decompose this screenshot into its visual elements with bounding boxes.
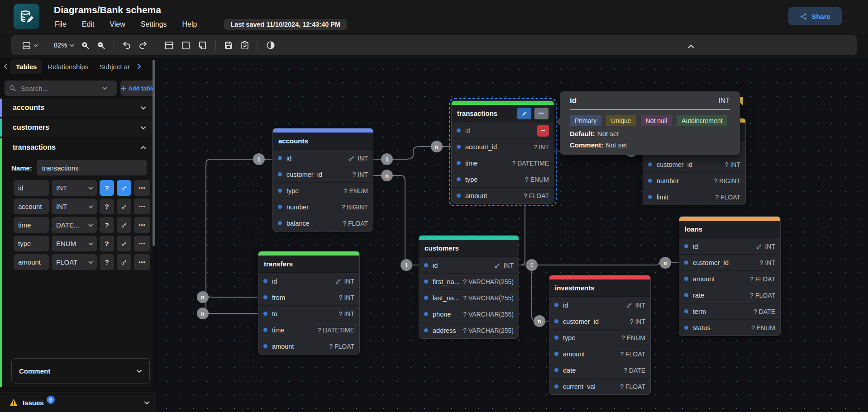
tabs-scroll-left-icon[interactable] [4, 63, 8, 70]
table-field-row[interactable]: amount? FLOAT [452, 187, 554, 204]
toolbar-collapse-button[interactable] [684, 39, 698, 54]
layout-panels-button[interactable] [19, 38, 41, 53]
sidebar-item-accounts[interactable]: accounts [0, 99, 153, 117]
table-field-row[interactable]: account_id? INT [452, 138, 554, 155]
menu-edit[interactable]: Edit [82, 20, 95, 28]
menu-view[interactable]: View [110, 20, 125, 28]
save-button[interactable] [220, 38, 237, 53]
table-field-row[interactable]: type? ENUM [549, 329, 650, 346]
relationship-line[interactable] [519, 263, 679, 265]
zoom-level-dropdown[interactable]: 82% [51, 38, 77, 53]
search-input[interactable] [21, 85, 98, 92]
table-field-row[interactable]: limit? FLOAT [643, 189, 745, 205]
canvas-table-transactions[interactable]: transactions⋯id−account_id? INTtime? DAT… [451, 100, 554, 204]
table-search[interactable] [5, 81, 117, 96]
table-field-row[interactable]: time? DATETIME [258, 322, 359, 338]
menu-help[interactable]: Help [182, 20, 197, 28]
zoom-out-button[interactable] [93, 38, 109, 53]
table-field-row[interactable]: idINT [679, 238, 780, 254]
table-field-row[interactable]: date? DATE [549, 362, 650, 378]
table-field-row[interactable]: idINT [273, 150, 373, 166]
table-field-row[interactable]: amount? FLOAT [549, 346, 650, 362]
relationship-line[interactable] [519, 265, 549, 321]
tabs-scroll-right-icon[interactable] [137, 63, 141, 70]
table-field-row[interactable]: type? ENUM [452, 171, 554, 187]
table-field-row[interactable]: id− [452, 122, 554, 138]
nullable-toggle[interactable]: ? [100, 254, 114, 270]
table-field-row[interactable]: idINT [419, 257, 519, 273]
table-field-row[interactable]: phone? VARCHAR(255) [419, 306, 519, 322]
table-field-row[interactable]: number? BIGINT [273, 199, 373, 215]
field-type-select[interactable]: FLOAT [52, 254, 97, 270]
table-field-row[interactable]: time? DATETIME [452, 155, 554, 171]
field-type-select[interactable]: INT [52, 199, 97, 214]
diagram-canvas[interactable]: 1nn1nn11nnn accountsidINTcustomer_id? IN… [156, 58, 868, 412]
add-note-tool-button[interactable] [194, 38, 211, 53]
menu-file[interactable]: File [55, 20, 67, 28]
table-field-row[interactable]: address? VARCHAR(255) [419, 322, 519, 338]
remove-field-button[interactable]: − [537, 125, 549, 137]
field-type-select[interactable]: DATE... [52, 217, 97, 233]
commit-saved-button[interactable] [237, 38, 253, 53]
primary-key-toggle[interactable] [117, 180, 131, 196]
tab-subject-areas[interactable]: Subject ar [94, 59, 135, 74]
field-more-button[interactable]: ⋯ [134, 217, 150, 233]
issues-bar[interactable]: Issues 0 [0, 393, 156, 412]
edit-table-button[interactable] [517, 108, 531, 119]
nullable-toggle[interactable]: ? [100, 217, 114, 233]
primary-key-toggle[interactable] [117, 236, 131, 251]
tab-relationships[interactable]: Relationships [42, 59, 94, 74]
table-field-row[interactable]: rate? FLOAT [679, 287, 780, 303]
menu-settings[interactable]: Settings [141, 20, 167, 28]
primary-key-toggle[interactable] [117, 254, 131, 270]
nullable-toggle[interactable]: ? [100, 180, 114, 196]
canvas-table-accounts[interactable]: accountsidINTcustomer_id? INTtype? ENUMn… [272, 128, 373, 232]
field-type-select[interactable]: ENUM [52, 236, 97, 251]
table-field-row[interactable]: customer_id? INT [273, 166, 373, 182]
table-more-button[interactable]: ⋯ [534, 108, 548, 119]
canvas-table-transfers[interactable]: transfersidINTfrom? INTto? INTtime? DATE… [258, 251, 360, 355]
table-field-row[interactable]: amount? FLOAT [258, 338, 359, 354]
table-field-row[interactable]: type? ENUM [273, 182, 373, 199]
table-name-input[interactable] [37, 160, 147, 175]
undo-button[interactable] [119, 38, 135, 53]
add-area-tool-button[interactable] [177, 38, 194, 53]
table-field-row[interactable]: amount? FLOAT [679, 270, 780, 287]
transactions-accordion-header[interactable]: transactions [0, 138, 153, 156]
table-field-row[interactable]: last_na...? VARCHAR(255) [419, 289, 519, 306]
table-field-row[interactable]: number? BIGINT [643, 172, 745, 189]
field-name-input[interactable]: time [14, 217, 49, 233]
field-name-input[interactable]: id [14, 180, 49, 196]
redo-button[interactable] [135, 38, 151, 53]
canvas-table-customers[interactable]: customersidINTfirst_na...? VARCHAR(255)l… [419, 235, 519, 339]
field-name-input[interactable]: type [14, 236, 49, 251]
nullable-toggle[interactable]: ? [100, 199, 114, 214]
nullable-toggle[interactable]: ? [100, 236, 114, 251]
canvas-table-loans[interactable]: loansidINTcustomer_id? INTamount? FLOATr… [679, 216, 781, 336]
table-field-row[interactable]: to? INT [258, 305, 359, 322]
table-field-row[interactable]: current_val? FLOAT [549, 378, 650, 394]
table-field-row[interactable]: status? ENUM [679, 319, 780, 336]
field-name-input[interactable]: account_ [14, 199, 49, 214]
table-field-row[interactable]: idINT [258, 273, 359, 289]
sidebar-item-customers[interactable]: customers [0, 118, 153, 137]
share-button[interactable]: Share [788, 7, 842, 25]
field-name-input[interactable]: amount [14, 254, 49, 270]
field-more-button[interactable]: ⋯ [134, 199, 150, 214]
table-field-row[interactable]: customer_id? INT [679, 254, 780, 270]
primary-key-toggle[interactable] [117, 199, 131, 214]
comment-collapse[interactable]: Comment [11, 358, 150, 384]
field-more-button[interactable]: ⋯ [134, 236, 150, 251]
sidebar-scrollbar[interactable] [153, 60, 155, 246]
add-table-tool-button[interactable] [161, 38, 177, 53]
table-field-row[interactable]: customer_id? INT [643, 156, 745, 172]
relationship-line[interactable] [206, 292, 258, 297]
table-field-row[interactable]: balance? FLOAT [273, 215, 373, 231]
field-type-select[interactable]: INT [52, 180, 97, 196]
chevron-down-icon[interactable] [102, 86, 107, 90]
table-field-row[interactable]: first_na...? VARCHAR(255) [419, 273, 519, 289]
table-field-row[interactable]: idINT [549, 297, 650, 313]
field-more-button[interactable]: ⋯ [134, 180, 150, 196]
drawdb-logo[interactable] [14, 4, 39, 29]
relationship-line[interactable] [373, 175, 419, 265]
